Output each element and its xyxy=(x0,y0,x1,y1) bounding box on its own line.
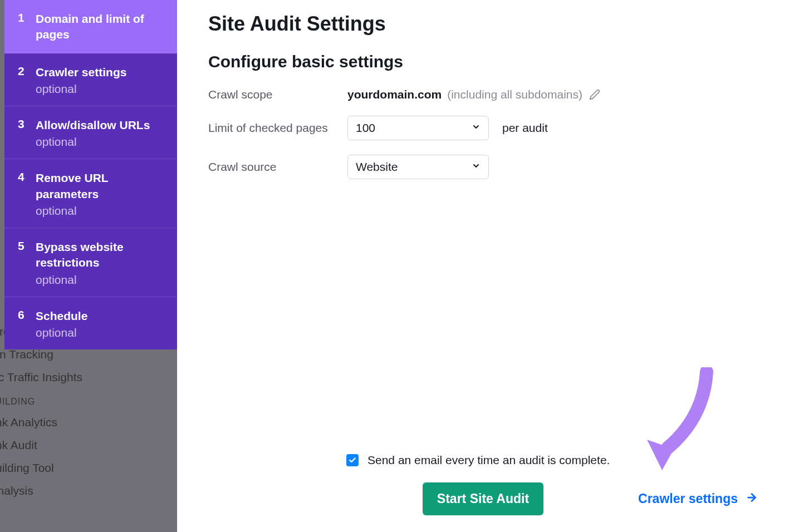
step-optional: optional xyxy=(36,135,150,149)
email-notification-row: Send an email every time an audit is com… xyxy=(208,454,758,467)
step-title: Domain and limit of pages xyxy=(36,11,164,43)
sidebar-step-domain-limit[interactable]: 1 Domain and limit of pages xyxy=(4,0,177,53)
settings-content: Site Audit Settings Configure basic sett… xyxy=(177,0,789,532)
select-value: Website xyxy=(356,160,398,174)
sidebar-step-schedule[interactable]: 6 Schedule optional xyxy=(4,297,177,349)
modal-wrapper: 1 Domain and limit of pages 2 Crawler se… xyxy=(4,0,789,532)
step-title: Allow/disallow URLs xyxy=(36,117,150,133)
sidebar-step-remove-url-params[interactable]: 4 Remove URL parameters optional xyxy=(4,159,177,228)
step-optional: optional xyxy=(36,273,164,287)
label-crawl-scope: Crawl scope xyxy=(208,88,347,101)
step-number: 6 xyxy=(18,308,26,339)
step-title: Schedule xyxy=(36,308,87,324)
edit-icon[interactable] xyxy=(589,89,600,100)
label-crawl-source: Crawl source xyxy=(208,160,347,174)
crawler-settings-link[interactable]: Crawler settings xyxy=(638,491,758,507)
step-optional: optional xyxy=(36,326,87,339)
step-number: 2 xyxy=(18,65,26,96)
select-value: 100 xyxy=(356,121,375,135)
step-number: 1 xyxy=(18,11,26,43)
step-number: 4 xyxy=(18,170,26,218)
chevron-down-icon xyxy=(472,122,481,134)
email-label: Send an email every time an audit is com… xyxy=(367,454,610,467)
row-crawl-source: Crawl source Website xyxy=(208,155,758,179)
step-optional: optional xyxy=(36,204,164,218)
sidebar-step-crawler-settings[interactable]: 2 Crawler settings optional xyxy=(4,53,177,106)
arrow-right-icon xyxy=(746,491,758,507)
section-title: Configure basic settings xyxy=(208,52,758,71)
chevron-down-icon xyxy=(472,161,481,173)
step-optional: optional xyxy=(36,82,126,96)
start-site-audit-button[interactable]: Start Site Audit xyxy=(423,482,543,515)
sidebar-step-allow-disallow[interactable]: 3 Allow/disallow URLs optional xyxy=(4,106,177,159)
select-limit-pages[interactable]: 100 xyxy=(347,116,489,140)
step-title: Remove URL parameters xyxy=(36,170,164,202)
sidebar-step-bypass-restrictions[interactable]: 5 Bypass website restrictions optional xyxy=(4,228,177,297)
crawler-settings-link-text: Crawler settings xyxy=(638,491,738,506)
crawl-scope-domain: yourdomain.com xyxy=(347,88,442,101)
select-crawl-source[interactable]: Website xyxy=(347,155,489,179)
row-limit-pages: Limit of checked pages 100 per audit xyxy=(208,116,758,140)
page-title: Site Audit Settings xyxy=(208,12,758,36)
row-crawl-scope: Crawl scope yourdomain.com (including al… xyxy=(208,88,758,101)
settings-sidebar: 1 Domain and limit of pages 2 Crawler se… xyxy=(4,0,177,532)
step-number: 5 xyxy=(18,239,26,287)
step-title: Crawler settings xyxy=(36,65,126,80)
per-audit-label: per audit xyxy=(502,121,548,135)
step-title: Bypass website restrictions xyxy=(36,239,164,271)
settings-footer: Send an email every time an audit is com… xyxy=(208,454,758,515)
email-checkbox[interactable] xyxy=(346,454,359,466)
label-limit-pages: Limit of checked pages xyxy=(208,121,347,135)
action-row: Start Site Audit Crawler settings xyxy=(208,482,758,515)
crawl-scope-note: (including all subdomains) xyxy=(447,88,582,101)
step-number: 3 xyxy=(18,117,26,149)
